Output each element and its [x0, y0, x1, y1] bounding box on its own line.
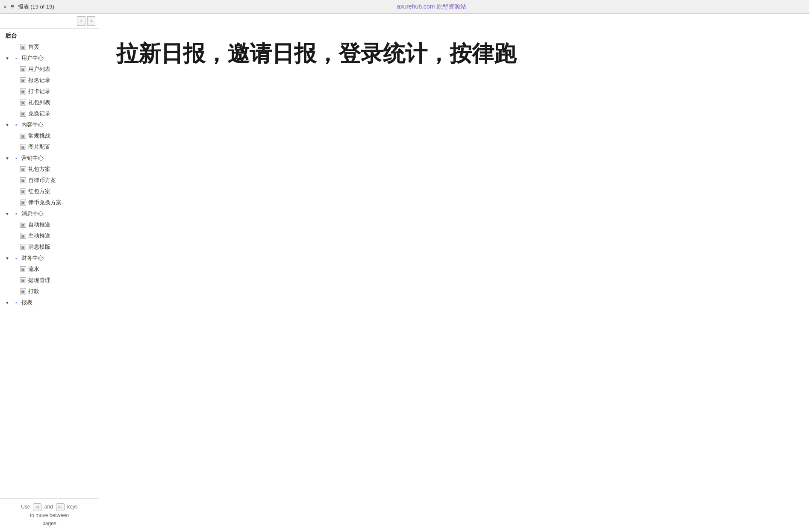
page-icon-template: ▣: [20, 244, 26, 250]
folder-icon-message: ▪: [13, 210, 20, 217]
sidebar-footer: Use ◁ and ▷ keys to move between pages: [0, 498, 99, 532]
sidebar-label-gift: 礼包列表: [28, 99, 50, 106]
sidebar-label-signup: 报名记录: [28, 76, 50, 84]
sidebar-label-content-center: 内容中心: [21, 121, 44, 129]
sidebar-label-report: 报表: [21, 299, 32, 306]
sidebar-item-user-list[interactable]: ▣ 用户列表: [0, 64, 99, 75]
top-bar-center-text: axurehub.com 原型资源站: [58, 3, 806, 11]
page-title-bar: 报表 (19 of 19): [18, 3, 54, 11]
sidebar-label-coin-plan: 自律币方案: [28, 176, 56, 184]
page-icon-checkin: ▣: [20, 88, 26, 95]
sidebar-label-withdrawal: 提现管理: [28, 276, 50, 284]
sidebar-label-user-center: 用户中心: [21, 54, 44, 62]
sidebar-item-payment[interactable]: ▣ 打款: [0, 286, 99, 297]
close-button[interactable]: ×: [3, 3, 7, 10]
sidebar-item-lawcoin-exchange[interactable]: ▣ 律币兑换方案: [0, 197, 99, 208]
sidebar-item-auto-push[interactable]: ▣ 自动推送: [0, 219, 99, 230]
sidebar-item-signup-record[interactable]: ▣ 报名记录: [0, 75, 99, 86]
page-icon-gift: ▣: [20, 99, 26, 106]
footer-pages-text: pages: [42, 520, 56, 526]
main-area: ‹ › 后台 ▣ 首页 ▼ ▪ 用户中心 ▣ 用户列表: [0, 14, 809, 532]
page-icon-lawcoin: ▣: [20, 199, 26, 206]
folder-icon-finance: ▪: [13, 255, 20, 262]
sidebar-item-coin-plan[interactable]: ▣ 自律币方案: [0, 175, 99, 186]
sidebar-item-home[interactable]: ▣ 首页: [0, 41, 99, 53]
page-icon-flow: ▣: [20, 266, 26, 273]
folder-icon-user-center: ▪: [13, 55, 20, 62]
tree-toggle-user-center: ▼: [5, 56, 11, 61]
page-icon-withdrawal: ▣: [20, 277, 26, 284]
sidebar-item-exchange-record[interactable]: ▣ 兑换记录: [0, 108, 99, 119]
folder-icon-report: ▪: [13, 299, 20, 306]
sidebar-item-redpack-plan[interactable]: ▣ 红包方案: [0, 186, 99, 197]
top-bar: × ≡ 报表 (19 of 19) axurehub.com 原型资源站: [0, 0, 809, 14]
sidebar-item-report[interactable]: ▼ ▪ 报表: [0, 297, 99, 308]
section-label-backend: 后台: [0, 29, 99, 41]
page-icon-redpack: ▣: [20, 188, 26, 195]
footer-and-text: and: [44, 504, 53, 510]
page-icon-signup: ▣: [20, 77, 26, 84]
sidebar-item-content-center[interactable]: ▼ ▪ 内容中心: [0, 119, 99, 130]
tree-toggle-report: ▼: [5, 300, 11, 305]
sidebar-label-flow: 流水: [28, 265, 39, 273]
sidebar-label-user-list: 用户列表: [28, 65, 50, 73]
sidebar-content: 后台 ▣ 首页 ▼ ▪ 用户中心 ▣ 用户列表 ▣ 报名记录: [0, 29, 99, 498]
page-icon-challenge: ▣: [20, 132, 26, 139]
sidebar-label-exchange: 兑换记录: [28, 110, 50, 118]
next-page-button[interactable]: ›: [87, 16, 96, 26]
sidebar-item-image-config[interactable]: ▣ 图片配置: [0, 141, 99, 153]
prev-page-button[interactable]: ‹: [77, 16, 85, 26]
sidebar: ‹ › 后台 ▣ 首页 ▼ ▪ 用户中心 ▣ 用户列表: [0, 14, 99, 532]
sidebar-label-lawcoin: 律币兑换方案: [28, 199, 62, 206]
sidebar-label-template: 消息模版: [28, 243, 50, 251]
tree-toggle-finance: ▼: [5, 256, 11, 261]
folder-icon-marketing: ▪: [13, 155, 20, 162]
page-icon-exchange: ▣: [20, 110, 26, 117]
sidebar-label-finance-center: 财务中心: [21, 254, 44, 262]
sidebar-item-user-center[interactable]: ▼ ▪ 用户中心: [0, 53, 99, 64]
page-icon-home: ▣: [20, 44, 26, 50]
sidebar-item-checkin-record[interactable]: ▣ 打卡记录: [0, 86, 99, 97]
sidebar-label-challenge: 常规挑战: [28, 132, 50, 140]
page-icon-payment: ▣: [20, 288, 26, 295]
sidebar-header: ‹ ›: [0, 14, 99, 29]
sidebar-item-regular-challenge[interactable]: ▣ 常规挑战: [0, 130, 99, 141]
sidebar-item-manual-push[interactable]: ▣ 主动推送: [0, 230, 99, 241]
footer-move-text: to move between: [30, 512, 69, 518]
sidebar-label-checkin: 打卡记录: [28, 88, 50, 95]
next-key-box: ▷: [56, 503, 65, 511]
sidebar-label-message-center: 消息中心: [21, 210, 44, 218]
tree-toggle-marketing: ▼: [5, 156, 11, 161]
sidebar-label-image-config: 图片配置: [28, 143, 50, 151]
sidebar-item-marketing-center[interactable]: ▼ ▪ 营销中心: [0, 153, 99, 164]
sidebar-item-finance-center[interactable]: ▼ ▪ 财务中心: [0, 253, 99, 264]
page-icon-image: ▣: [20, 144, 26, 150]
prev-key-box: ◁: [33, 503, 41, 511]
sidebar-label-auto-push: 自动推送: [28, 221, 50, 229]
sidebar-label-manual-push: 主动推送: [28, 232, 50, 240]
sidebar-label-redpack-plan: 红包方案: [28, 188, 50, 195]
folder-icon-content: ▪: [13, 121, 20, 128]
sidebar-label-home: 首页: [28, 43, 39, 51]
tree-toggle-content: ▼: [5, 123, 11, 127]
sidebar-label-gift-plan: 礼包方案: [28, 165, 50, 173]
sidebar-item-flow[interactable]: ▣ 流水: [0, 264, 99, 275]
page-icon-user-list: ▣: [20, 66, 26, 73]
sidebar-label-marketing-center: 营销中心: [21, 154, 44, 162]
sidebar-item-message-center[interactable]: ▼ ▪ 消息中心: [0, 208, 99, 219]
content-area: 拉新日报，邀请日报，登录统计，按律跑: [99, 14, 809, 532]
page-icon-auto-push: ▣: [20, 221, 26, 228]
footer-keys-text: keys: [67, 504, 78, 510]
page-icon-coin: ▣: [20, 177, 26, 184]
content-title: 拉新日报，邀请日报，登录统计，按律跑: [116, 39, 516, 68]
sidebar-item-message-template[interactable]: ▣ 消息模版: [0, 241, 99, 253]
sidebar-item-withdrawal[interactable]: ▣ 提现管理: [0, 275, 99, 286]
footer-use-text: Use: [21, 504, 30, 510]
tree-toggle-message: ▼: [5, 212, 11, 216]
sidebar-label-payment: 打款: [28, 288, 39, 295]
menu-icon[interactable]: ≡: [10, 3, 14, 11]
page-icon-gift-plan: ▣: [20, 166, 26, 173]
sidebar-item-gift-list[interactable]: ▣ 礼包列表: [0, 97, 99, 108]
search-input[interactable]: [3, 18, 75, 24]
sidebar-item-gift-plan[interactable]: ▣ 礼包方案: [0, 164, 99, 175]
